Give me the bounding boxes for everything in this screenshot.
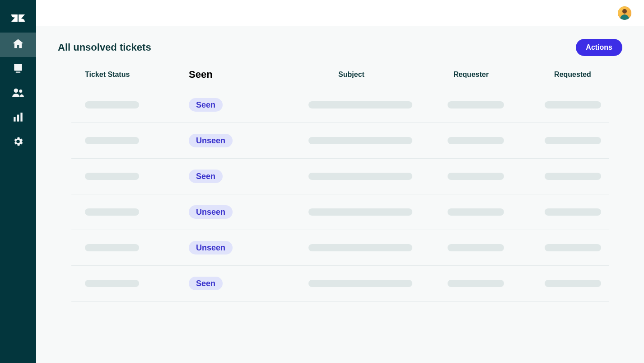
status-placeholder bbox=[85, 137, 139, 144]
svg-rect-4 bbox=[14, 117, 15, 122]
page-title: All unsolved tickets bbox=[58, 42, 151, 53]
svg-rect-0 bbox=[14, 64, 22, 71]
status-placeholder bbox=[85, 244, 139, 251]
subject-placeholder bbox=[308, 137, 412, 144]
actions-button[interactable]: Actions bbox=[576, 39, 622, 56]
requested-placeholder bbox=[545, 280, 601, 287]
requested-placeholder bbox=[545, 101, 601, 108]
table-row[interactable]: Unseen bbox=[71, 230, 609, 265]
customers-icon bbox=[12, 86, 24, 101]
reporting-icon bbox=[12, 111, 24, 125]
topbar bbox=[36, 0, 644, 26]
column-header-seen[interactable]: Seen bbox=[189, 69, 293, 80]
content-area: All unsolved tickets Actions Ticket Stat… bbox=[36, 26, 644, 363]
seen-badge: Unseen bbox=[189, 205, 233, 219]
sidebar-item-views[interactable] bbox=[0, 57, 36, 81]
requested-placeholder bbox=[545, 173, 601, 180]
status-placeholder bbox=[85, 208, 139, 216]
sidebar bbox=[0, 0, 36, 363]
table-row[interactable]: Seen bbox=[71, 158, 609, 194]
requester-placeholder bbox=[448, 280, 504, 287]
requester-placeholder bbox=[448, 244, 504, 251]
subject-placeholder bbox=[308, 173, 412, 180]
subject-placeholder bbox=[308, 244, 412, 251]
table-row[interactable]: Unseen bbox=[71, 123, 609, 158]
requested-placeholder bbox=[545, 137, 601, 144]
seen-badge: Seen bbox=[189, 170, 223, 183]
sidebar-item-customers[interactable] bbox=[0, 81, 36, 106]
subject-placeholder bbox=[308, 208, 412, 216]
table-row[interactable]: Unseen bbox=[71, 194, 609, 230]
zendesk-logo-icon bbox=[6, 6, 30, 30]
sidebar-item-reporting[interactable] bbox=[0, 106, 36, 130]
svg-rect-6 bbox=[20, 113, 22, 122]
requester-placeholder bbox=[448, 208, 504, 216]
requester-placeholder bbox=[448, 173, 504, 180]
table-row[interactable]: Seen bbox=[71, 265, 609, 302]
requested-placeholder bbox=[545, 208, 601, 216]
status-placeholder bbox=[85, 280, 139, 287]
svg-rect-1 bbox=[16, 72, 21, 73]
seen-badge: Unseen bbox=[189, 241, 233, 255]
home-icon bbox=[12, 38, 24, 52]
seen-badge: Unseen bbox=[189, 134, 233, 147]
settings-icon bbox=[12, 136, 24, 149]
requester-placeholder bbox=[448, 137, 504, 144]
column-header-requested[interactable]: Requested bbox=[523, 71, 622, 79]
table-header: Ticket Status Seen Subject Requester Req… bbox=[71, 69, 609, 87]
user-avatar[interactable] bbox=[618, 6, 631, 20]
svg-point-3 bbox=[19, 90, 22, 93]
sidebar-item-admin[interactable] bbox=[0, 130, 36, 155]
seen-badge: Seen bbox=[189, 277, 223, 290]
subject-placeholder bbox=[308, 101, 412, 108]
svg-rect-5 bbox=[17, 115, 19, 122]
requested-placeholder bbox=[545, 244, 601, 251]
subject-placeholder bbox=[308, 280, 412, 287]
sidebar-item-home[interactable] bbox=[0, 33, 36, 57]
views-icon bbox=[12, 62, 24, 76]
column-header-status[interactable]: Ticket Status bbox=[85, 71, 189, 79]
table-row[interactable]: Seen bbox=[71, 87, 609, 123]
status-placeholder bbox=[85, 101, 139, 108]
tickets-table: Ticket Status Seen Subject Requester Req… bbox=[71, 69, 609, 302]
requester-placeholder bbox=[448, 101, 504, 108]
svg-point-2 bbox=[14, 89, 18, 93]
column-header-subject[interactable]: Subject bbox=[293, 71, 428, 79]
column-header-requester[interactable]: Requester bbox=[428, 71, 523, 79]
seen-badge: Seen bbox=[189, 98, 223, 112]
status-placeholder bbox=[85, 173, 139, 180]
